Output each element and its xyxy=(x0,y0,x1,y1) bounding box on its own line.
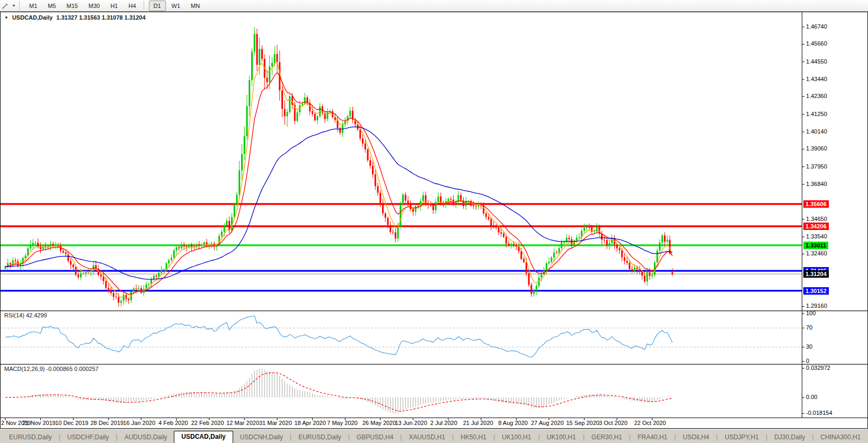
level-price-badge: 1.30152 xyxy=(803,287,829,295)
date-tick-label: 10 Dec 2019 xyxy=(55,420,88,426)
price-tick-label: 1.44550 xyxy=(806,58,827,65)
toolbar-separator xyxy=(19,2,22,10)
tab-USDCHF-Daily[interactable]: USDCHF,Daily xyxy=(60,432,116,443)
tab-UK100-H1[interactable]: UK100,H1 xyxy=(495,432,538,443)
tab-USDCAD-Daily[interactable]: USDCAD,Daily xyxy=(174,431,233,443)
date-tick-label: 22 Feb 2020 xyxy=(191,420,224,426)
price-tick-label: 1.39060 xyxy=(806,145,827,152)
toolbar-separator xyxy=(144,2,146,10)
timeframe-toolbar: ▾ M1M5M15M30H1H4D1W1MN xyxy=(0,0,868,12)
rsi-line xyxy=(5,316,672,357)
chart-canvas[interactable] xyxy=(0,12,868,429)
date-tick-label: 15 Sep 2020 xyxy=(566,420,599,426)
timeframe-button-M30[interactable]: M30 xyxy=(84,1,104,11)
rsi-tick-label: 100 xyxy=(806,310,816,316)
ohlc-values: 1.31327 1.31563 1.31078 1.31204 xyxy=(56,14,145,21)
date-tick-label: 31 Mar 2020 xyxy=(259,420,292,426)
price-tick-label: 1.36840 xyxy=(806,181,827,187)
price-tick-label: 1.33540 xyxy=(806,233,827,240)
level-price-badge: 1.35606 xyxy=(803,200,829,208)
tab-EURUSD-Daily[interactable]: EURUSD,Daily xyxy=(2,432,59,443)
level-price-badge: 1.34206 xyxy=(803,223,829,230)
rsi-tick-label: 30 xyxy=(806,343,812,350)
tab-EURUSD-Daily[interactable]: EURUSD,Daily xyxy=(291,432,348,443)
macd-tick-label: 0.032972 xyxy=(806,365,830,371)
macd-tick-label: 0.00 xyxy=(806,394,817,400)
rsi-tick-label: 70 xyxy=(806,324,812,331)
bid-price-badge: 1.31204 xyxy=(803,270,829,278)
moving-average-line-0 xyxy=(5,63,672,298)
date-tick-label: 26 May 2020 xyxy=(362,420,396,426)
date-tick-label: 7 May 2020 xyxy=(327,420,357,426)
tab-USDCNH-Daily[interactable]: USDCNH,Daily xyxy=(233,432,290,443)
price-tick-label: 1.32460 xyxy=(806,250,827,256)
drawing-tool-icon[interactable] xyxy=(0,1,11,11)
timeframe-button-H1[interactable]: H1 xyxy=(105,1,122,11)
price-tick-label: 1.34650 xyxy=(806,216,827,222)
price-tick-label: 1.42360 xyxy=(806,93,827,99)
price-tick-label: 1.46740 xyxy=(806,23,827,30)
macd-tick-label: -0.018154 xyxy=(806,410,832,416)
symbol-period-label: USDCAD,Daily xyxy=(12,14,52,21)
date-tick-label: 27 Aug 2020 xyxy=(531,420,564,426)
chart-window[interactable]: ▼ USDCAD,Daily 1.31327 1.31563 1.31078 1… xyxy=(0,12,868,429)
timeframe-button-MN[interactable]: MN xyxy=(186,1,205,11)
symbol-tab-bar: EURUSD,Daily|USDCHF,Daily|AUDUSD,DailyUS… xyxy=(0,429,868,443)
tab-DJ30-Daily[interactable]: DJ30,Daily xyxy=(767,432,812,443)
moving-average-line-1 xyxy=(5,73,672,294)
rsi-tick-label: 0 xyxy=(806,358,809,364)
date-tick-label: 28 Dec 2019 xyxy=(91,420,123,426)
date-tick-label: 2 Jul 2020 xyxy=(430,420,457,426)
price-tick-label: 1.43440 xyxy=(806,76,827,82)
price-tick-label: 1.37950 xyxy=(806,163,827,170)
price-tick-label: 1.40140 xyxy=(806,128,827,135)
tab-GBPUSD-H4[interactable]: GBPUSD,H4 xyxy=(350,432,400,443)
tab-AUDUSD-Daily[interactable]: AUDUSD,Daily xyxy=(118,432,174,443)
date-tick-label: 22 Oct 2020 xyxy=(634,420,666,426)
tab-XAUUSD-H1[interactable]: XAUUSD,H1 xyxy=(402,432,452,443)
date-tick-label: 12 Mar 2020 xyxy=(226,420,259,426)
macd-histogram xyxy=(5,368,672,414)
timeframe-button-W1[interactable]: W1 xyxy=(167,1,185,11)
date-tick-label: 21 Jul 2020 xyxy=(463,420,493,426)
collapse-arrow-icon[interactable]: ▼ xyxy=(4,15,8,20)
timeframe-button-M5[interactable]: M5 xyxy=(43,1,60,11)
date-tick-label: 3 Oct 2020 xyxy=(599,420,627,426)
level-price-badge: 1.33011 xyxy=(803,242,828,249)
chart-title: ▼ USDCAD,Daily 1.31327 1.31563 1.31078 1… xyxy=(4,14,146,21)
tab-GER30-H1[interactable]: GER30,H1 xyxy=(584,432,629,443)
tab-FRA40-H1[interactable]: FRA40,H1 xyxy=(631,432,674,443)
price-tick-label: 1.45660 xyxy=(806,40,827,47)
timeframe-button-M15[interactable]: M15 xyxy=(62,1,83,11)
date-tick-label: 13 Jun 2020 xyxy=(395,420,428,426)
price-tick-label: 1.29160 xyxy=(806,303,827,309)
timeframe-button-D1[interactable]: D1 xyxy=(149,1,166,11)
date-tick-label: 4 Feb 2020 xyxy=(158,420,188,426)
date-tick-label: 18 Apr 2020 xyxy=(295,420,326,426)
price-tick-label: 1.41250 xyxy=(806,111,827,117)
tab-HK50-H1[interactable]: HK50,H1 xyxy=(454,432,493,443)
trading-app: ▾ M1M5M15M30H1H4D1W1MN ▼ USDCAD,Daily 1.… xyxy=(0,0,868,443)
macd-signal-line xyxy=(5,373,672,411)
rsi-label: RSI(14) 42.4299 xyxy=(4,312,47,318)
date-tick-label: 8 Aug 2020 xyxy=(498,420,528,426)
pen-icon xyxy=(2,2,9,10)
chevron-down-icon[interactable]: ▾ xyxy=(11,3,17,8)
macd-label: MACD(12,26,9) -0.000865 0.000257 xyxy=(4,366,99,372)
timeframe-button-M1[interactable]: M1 xyxy=(24,1,42,11)
tab-USDJPY-H1[interactable]: USDJPY,H1 xyxy=(718,432,766,443)
date-tick-label: 16 Jan 2020 xyxy=(123,420,156,426)
tab-UK100-H1[interactable]: UK100,H1 xyxy=(540,432,583,443)
tab-USOil-H4[interactable]: USOil,H4 xyxy=(676,432,716,443)
tab-CHINA300-H1[interactable]: CHINA300,H1 xyxy=(813,432,867,443)
date-tick-label: 21 Nov 2019 xyxy=(23,420,56,426)
timeframe-button-H4[interactable]: H4 xyxy=(123,1,140,11)
